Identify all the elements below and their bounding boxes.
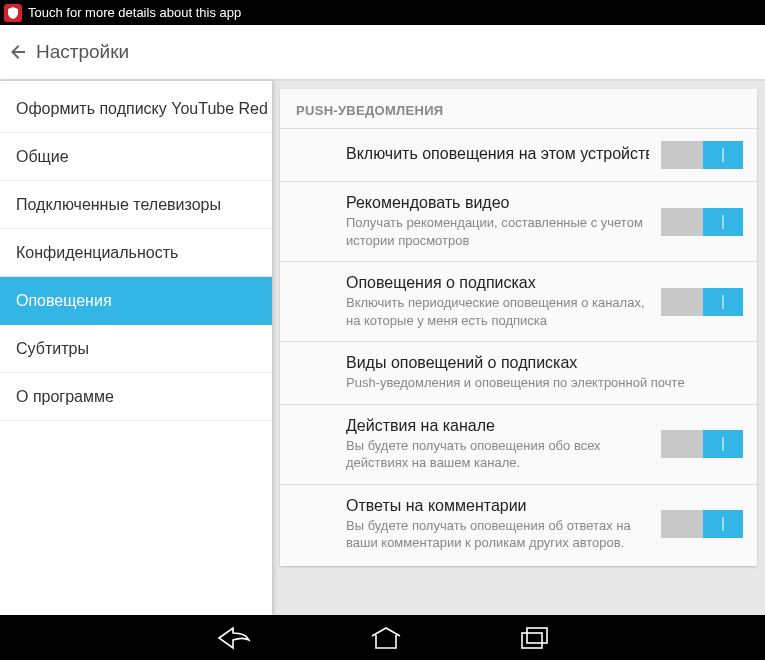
main-panel: PUSH-УВЕДОМЛЕНИЯ Включить оповещения на …	[272, 81, 765, 615]
setting-row-2[interactable]: Оповещения о подпискахВключить периодиче…	[280, 262, 757, 341]
page-title: Настройки	[36, 41, 129, 63]
sidebar-item-0[interactable]: Оформить подписку YouTube Red	[0, 85, 272, 133]
navigation-bar	[0, 615, 765, 660]
sidebar-item-label: Общие	[16, 148, 69, 166]
setting-text: Действия на каналеВы будете получать опо…	[346, 417, 661, 472]
setting-row-1[interactable]: Рекомендовать видеоПолучать рекомендации…	[280, 182, 757, 261]
toggle-switch[interactable]	[661, 430, 743, 458]
setting-subtitle: Push-уведомления и оповещения по электро…	[346, 374, 731, 392]
toggle-knob	[703, 510, 743, 538]
toggle-knob	[703, 141, 743, 169]
setting-subtitle: Вы будете получать оповещения об ответах…	[346, 517, 649, 552]
sidebar-item-label: Конфиденциальность	[16, 244, 178, 262]
setting-text: Оповещения о подпискахВключить периодиче…	[346, 274, 661, 329]
sidebar-item-label: Подключенные телевизоры	[16, 196, 221, 214]
sidebar-item-label: Оформить подписку YouTube Red	[16, 100, 268, 118]
setting-text: Включить оповещения на этом устройстве	[346, 145, 661, 165]
sidebar-item-label: О программе	[16, 388, 114, 406]
nav-home-icon[interactable]	[371, 627, 401, 649]
svg-rect-0	[522, 633, 542, 648]
sidebar-item-label: Субтитры	[16, 340, 89, 358]
sidebar-item-label: Оповещения	[16, 292, 112, 310]
action-bar: Настройки	[0, 25, 765, 81]
sidebar-item-2[interactable]: Подключенные телевизоры	[0, 181, 272, 229]
sidebar-item-5[interactable]: Субтитры	[0, 325, 272, 373]
setting-subtitle: Вы будете получать оповещения обо всех д…	[346, 437, 649, 472]
nav-back-icon[interactable]	[217, 626, 251, 650]
setting-row-3[interactable]: Виды оповещений о подпискахPush-уведомле…	[280, 342, 757, 404]
sidebar-item-4[interactable]: Оповещения	[0, 277, 272, 325]
setting-text: Рекомендовать видеоПолучать рекомендации…	[346, 194, 661, 249]
sidebar-item-6[interactable]: О программе	[0, 373, 272, 421]
setting-subtitle: Получать рекомендации, составленные с уч…	[346, 214, 649, 249]
status-bar-text: Touch for more details about this app	[28, 5, 241, 20]
nav-recent-icon[interactable]	[521, 627, 549, 649]
toggle-knob	[703, 430, 743, 458]
status-bar[interactable]: Touch for more details about this app	[0, 0, 765, 25]
setting-title: Оповещения о подписках	[346, 274, 649, 292]
toggle-switch[interactable]	[661, 208, 743, 236]
setting-row-4[interactable]: Действия на каналеВы будете получать опо…	[280, 405, 757, 484]
sidebar: Оформить подписку YouTube RedОбщиеПодклю…	[0, 81, 272, 615]
setting-title: Действия на канале	[346, 417, 649, 435]
toggle-switch[interactable]	[661, 288, 743, 316]
toggle-switch[interactable]	[661, 510, 743, 538]
toggle-switch[interactable]	[661, 141, 743, 169]
svg-rect-1	[527, 628, 547, 643]
setting-title: Виды оповещений о подписках	[346, 354, 731, 372]
toggle-knob	[703, 288, 743, 316]
setting-title: Включить оповещения на этом устройстве	[346, 145, 649, 163]
setting-row-0[interactable]: Включить оповещения на этом устройстве	[280, 129, 757, 181]
sidebar-item-1[interactable]: Общие	[0, 133, 272, 181]
setting-text: Виды оповещений о подпискахPush-уведомле…	[346, 354, 743, 392]
setting-row-5[interactable]: Ответы на комментарииВы будете получать …	[280, 485, 757, 564]
setting-subtitle: Включить периодические оповещения о кана…	[346, 294, 649, 329]
content-area: Оформить подписку YouTube RedОбщиеПодклю…	[0, 81, 765, 615]
shield-icon	[4, 4, 22, 22]
back-icon[interactable]	[8, 42, 28, 62]
setting-text: Ответы на комментарииВы будете получать …	[346, 497, 661, 552]
settings-card: PUSH-УВЕДОМЛЕНИЯ Включить оповещения на …	[280, 89, 757, 566]
toggle-knob	[703, 208, 743, 236]
section-header: PUSH-УВЕДОМЛЕНИЯ	[280, 89, 757, 128]
setting-title: Рекомендовать видео	[346, 194, 649, 212]
setting-title: Ответы на комментарии	[346, 497, 649, 515]
sidebar-item-3[interactable]: Конфиденциальность	[0, 229, 272, 277]
